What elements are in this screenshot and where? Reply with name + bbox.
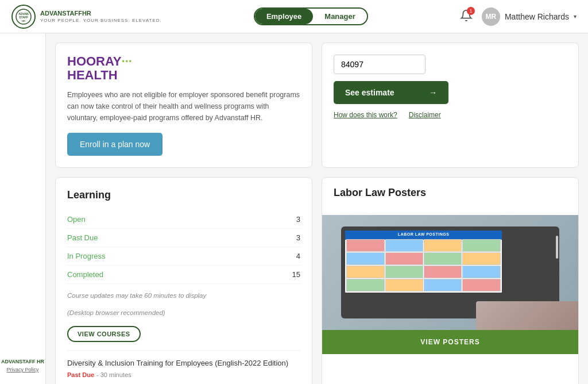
svg-text:HR: HR <box>22 20 25 22</box>
laptop-cell <box>385 279 423 291</box>
laptop-screen: LABOR LAW POSTINGS <box>343 229 503 294</box>
laptop-cell <box>424 279 462 291</box>
sidebar-bottom: ADVANSTAFF HR Privacy Policy <box>1 359 44 378</box>
learning-row-completed[interactable]: Completed 15 <box>67 266 300 284</box>
laptop-cell <box>462 266 500 278</box>
main-content: HOORAY··· HEALTH Employees who are not e… <box>46 33 588 384</box>
laptop-cell <box>462 252 500 265</box>
learning-note2: (Desktop browser recommended) <box>67 308 300 318</box>
notification-badge: 1 <box>467 7 475 15</box>
learning-completed-count: 15 <box>292 270 300 279</box>
laptop-cell <box>424 266 462 278</box>
sidebar: ADVANSTAFF HR Privacy Policy <box>0 33 46 384</box>
laptop-cell <box>462 279 500 291</box>
learning-note1: Course updates may take 60 minutes to di… <box>67 291 300 301</box>
avatar: MR <box>482 7 500 26</box>
learning-in-progress-label: In Progress <box>67 252 105 260</box>
header: ADVAN STAFF HR ADVANSTAFFHR YOUR PEOPLE.… <box>0 0 588 33</box>
see-estimate-button[interactable]: See estimate → <box>334 81 448 104</box>
learning-open-label: Open <box>67 215 86 224</box>
hooray-logo: HOORAY··· HEALTH <box>67 55 300 82</box>
header-right: 1 MR Matthew Richards ▾ <box>460 7 577 26</box>
course1-dash: - <box>96 371 100 378</box>
view-courses-button[interactable]: VIEW COURSES <box>67 326 141 342</box>
page-layout: ADVANSTAFF HR Privacy Policy HOORAY··· H… <box>0 33 588 384</box>
learning-title: Learning <box>67 189 300 201</box>
logo-area: ADVAN STAFF HR ADVANSTAFFHR YOUR PEOPLE.… <box>11 5 162 29</box>
zip-input[interactable] <box>334 55 425 74</box>
labor-laptop-visual: LABOR LAW POSTINGS <box>322 215 578 330</box>
course-item-1: Diversity & Inclusion Training for Emplo… <box>67 350 300 379</box>
course1-duration: 30 minutes <box>100 371 131 378</box>
laptop-cell <box>346 266 384 278</box>
laptop-cell <box>346 279 384 291</box>
learning-row-open[interactable]: Open 3 <box>67 210 300 229</box>
learning-open-count: 3 <box>296 215 300 224</box>
enroll-button[interactable]: Enroll in a plan now <box>67 133 163 156</box>
hooray-health-card: HOORAY··· HEALTH Employees who are not e… <box>55 43 312 168</box>
logo-text-block: ADVANSTAFFHR YOUR PEOPLE. YOUR BUSINESS.… <box>40 10 162 22</box>
learning-row-in-progress[interactable]: In Progress 4 <box>67 247 300 266</box>
hooray-logo-line1: HOORAY··· <box>67 55 300 68</box>
laptop-cell <box>462 239 500 252</box>
learning-row-past-due[interactable]: Past Due 3 <box>67 229 300 247</box>
laptop-cell <box>424 252 462 265</box>
laptop-cell <box>385 252 423 265</box>
employee-tab[interactable]: Employee <box>255 9 313 24</box>
laptop-grid <box>345 238 501 293</box>
username: Matthew Richards <box>505 12 569 21</box>
nav-toggle: Employee Manager <box>254 7 368 25</box>
user-menu[interactable]: MR Matthew Richards ▾ <box>482 7 577 26</box>
chevron-down-icon: ▾ <box>574 13 577 20</box>
course1-status: Past Due <box>67 371 94 378</box>
learning-past-due-count: 3 <box>296 233 300 242</box>
logo-tagline: YOUR PEOPLE. YOUR BUSINESS. ELEVATED. <box>40 18 162 23</box>
laptop-header-bar: LABOR LAW POSTINGS <box>345 231 501 238</box>
labor-law-card: Labor Law Posters LABOR LAW POSTINGS <box>322 177 579 384</box>
laptop-cell <box>346 252 384 265</box>
notification-bell[interactable]: 1 <box>460 9 473 24</box>
see-estimate-label: See estimate <box>345 88 394 97</box>
hooray-description: Employees who are not eligible for emplo… <box>67 89 300 124</box>
estimate-card: See estimate → How does this work? Discl… <box>322 43 579 168</box>
laptop-cell <box>424 239 462 252</box>
view-posters-button[interactable]: VIEW POSTERS <box>322 330 578 354</box>
learning-card: Learning Open 3 Past Due 3 In Progress 4… <box>55 177 312 384</box>
logo-icon: ADVAN STAFF HR <box>11 5 36 29</box>
logo-name: ADVANSTAFFHR <box>40 10 162 17</box>
labor-title: Labor Law Posters <box>334 187 567 199</box>
disclaimer-link[interactable]: Disclaimer <box>409 111 441 119</box>
svg-text:STAFF: STAFF <box>19 16 28 19</box>
how-does-it-work-link[interactable]: How does this work? <box>334 111 397 119</box>
hooray-logo-line2: HEALTH <box>67 68 300 82</box>
estimate-links: How does this work? Disclaimer <box>334 111 567 119</box>
laptop-cell <box>385 266 423 278</box>
privacy-policy-link[interactable]: Privacy Policy <box>1 367 44 373</box>
scrollbar <box>556 236 558 259</box>
sidebar-company-name: ADVANSTAFF HR <box>1 359 44 366</box>
arrow-icon: → <box>429 88 437 97</box>
labor-image-area: LABOR LAW POSTINGS <box>322 215 578 330</box>
course1-meta: Past Due - 30 minutes <box>67 370 300 379</box>
laptop-screen-content: LABOR LAW POSTINGS <box>345 231 501 293</box>
learning-completed-label: Completed <box>67 270 103 279</box>
learning-past-due-label: Past Due <box>67 233 98 242</box>
hooray-dots: ··· <box>122 54 132 68</box>
manager-tab[interactable]: Manager <box>313 9 366 24</box>
laptop-cell <box>385 239 423 252</box>
course1-title: Diversity & Inclusion Training for Emplo… <box>67 359 300 367</box>
learning-in-progress-count: 4 <box>296 252 300 260</box>
labor-card-header: Labor Law Posters <box>322 178 578 215</box>
laptop-cell <box>346 239 384 252</box>
